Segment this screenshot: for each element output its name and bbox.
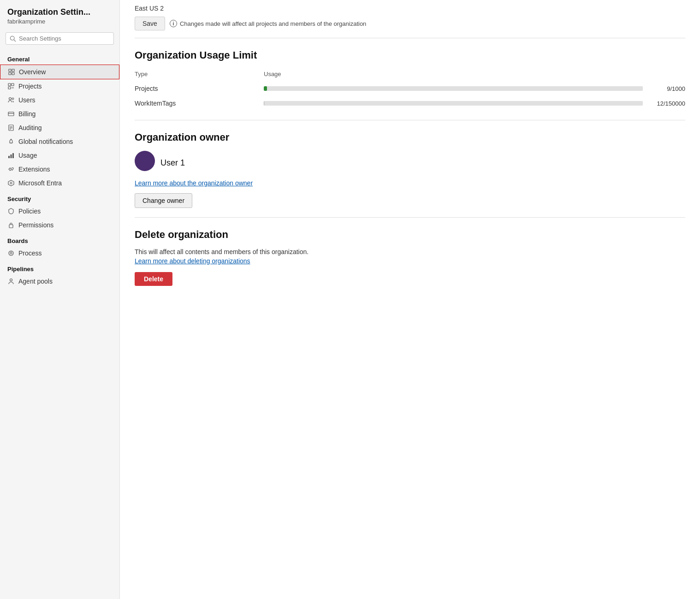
sidebar-item-process[interactable]: Process <box>0 246 119 260</box>
svg-marker-23 <box>8 180 14 186</box>
svg-rect-8 <box>8 87 11 89</box>
sidebar-item-overview[interactable]: Overview <box>0 65 119 79</box>
learn-more-owner-link[interactable]: Learn more about the organization owner <box>135 179 685 187</box>
delete-org-section: Delete organization This will affect all… <box>135 218 685 295</box>
region-label: East US 2 <box>135 5 685 12</box>
search-input[interactable] <box>19 35 110 42</box>
svg-point-27 <box>10 252 12 254</box>
sidebar-item-users-label: Users <box>18 96 36 104</box>
notifications-icon <box>7 138 15 145</box>
learn-more-delete-link[interactable]: Learn more about deleting organizations <box>135 257 250 265</box>
usage-value-workitemtags: 12/150000 <box>648 100 685 107</box>
delete-button[interactable]: Delete <box>135 272 172 286</box>
svg-rect-3 <box>12 69 14 71</box>
usage-bar-fill-projects <box>264 86 267 91</box>
save-info: i Changes made will affect all projects … <box>170 20 366 27</box>
sidebar-item-global-notifications[interactable]: Global notifications <box>0 135 119 148</box>
sidebar-item-auditing-label: Auditing <box>18 124 42 131</box>
info-icon: i <box>170 20 177 27</box>
save-bar: Save i Changes made will affect all proj… <box>135 17 685 30</box>
billing-icon <box>7 110 15 118</box>
svg-rect-21 <box>11 154 12 158</box>
delete-org-title: Delete organization <box>135 229 685 241</box>
sidebar-title: Organization Settin... <box>7 7 112 17</box>
sidebar-item-usage[interactable]: Usage <box>0 148 119 162</box>
svg-point-24 <box>10 182 12 184</box>
sidebar-item-microsoft-entra-label: Microsoft Entra <box>18 179 62 187</box>
sidebar-subtitle: fabrikamprime <box>7 18 112 25</box>
process-icon <box>7 249 15 257</box>
org-owner-title: Organization owner <box>135 131 685 143</box>
usage-name-workitemtags: WorkItemTags <box>135 100 264 107</box>
sidebar-item-microsoft-entra[interactable]: Microsoft Entra <box>0 176 119 190</box>
sidebar-item-agent-pools-label: Agent pools <box>18 278 53 285</box>
usage-bar-area-workitemtags: 12/150000 <box>264 100 685 107</box>
projects-icon <box>7 83 15 90</box>
org-owner-section: Organization owner User 1 Learn more abo… <box>135 120 685 218</box>
svg-line-1 <box>14 40 16 42</box>
search-icon <box>10 36 16 42</box>
permissions-icon <box>7 221 15 229</box>
sidebar-item-agent-pools[interactable]: Agent pools <box>0 274 119 288</box>
delete-button-wrapper: Delete <box>135 272 685 286</box>
sidebar-item-policies[interactable]: Policies <box>0 204 119 218</box>
nav-section-general: General <box>0 50 119 65</box>
sidebar-header: Organization Settin... fabrikamprime <box>0 0 119 27</box>
usage-icon <box>7 152 15 159</box>
policies-icon <box>7 208 15 215</box>
auditing-icon <box>7 124 15 131</box>
grid-icon <box>8 68 15 76</box>
change-owner-button[interactable]: Change owner <box>135 193 192 208</box>
avatar <box>135 151 155 171</box>
sidebar-item-policies-label: Policies <box>18 208 41 215</box>
col-header-usage: Usage <box>264 71 685 77</box>
usage-value-projects: 9/1000 <box>648 85 685 92</box>
usage-limit-title: Organization Usage Limit <box>135 49 685 61</box>
sidebar-item-global-notifications-label: Global notifications <box>18 138 73 145</box>
save-button[interactable]: Save <box>135 17 165 30</box>
sidebar-item-billing-label: Billing <box>18 110 36 118</box>
svg-rect-2 <box>9 69 11 71</box>
sidebar-item-auditing[interactable]: Auditing <box>0 121 119 135</box>
usage-limit-section: Organization Usage Limit Type Usage Proj… <box>135 38 685 120</box>
sidebar-item-usage-label: Usage <box>18 152 37 159</box>
delete-org-description: This will affect all contents and member… <box>135 248 685 255</box>
top-region: East US 2 Save i Changes made will affec… <box>135 0 685 38</box>
usage-bar-area-projects: 9/1000 <box>264 85 685 92</box>
col-header-type: Type <box>135 71 264 77</box>
svg-rect-25 <box>9 225 13 228</box>
usage-row-workitemtags: WorkItemTags 12/150000 <box>135 96 685 111</box>
svg-rect-6 <box>8 83 11 86</box>
sidebar-item-process-label: Process <box>18 249 42 257</box>
search-settings-box[interactable] <box>6 32 114 45</box>
svg-point-29 <box>10 279 12 281</box>
svg-rect-4 <box>9 72 11 75</box>
usage-table-header: Type Usage <box>135 69 685 81</box>
extensions-icon <box>7 166 15 173</box>
sidebar-item-users[interactable]: Users <box>0 93 119 107</box>
sidebar-item-billing[interactable]: Billing <box>0 107 119 121</box>
sidebar-item-projects[interactable]: Projects <box>0 79 119 93</box>
sidebar-nav: General Overview <box>0 48 119 599</box>
sidebar: Organization Settin... fabrikamprime Gen… <box>0 0 120 599</box>
nav-section-security: Security <box>0 190 119 204</box>
usage-bar-track-projects <box>264 86 643 91</box>
nav-section-pipelines: Pipelines <box>0 260 119 274</box>
svg-rect-7 <box>12 83 14 86</box>
sidebar-item-permissions[interactable]: Permissions <box>0 218 119 232</box>
nav-section-boards: Boards <box>0 232 119 246</box>
sidebar-item-overview-label: Overview <box>19 68 46 76</box>
owner-name: User 1 <box>160 158 185 168</box>
sidebar-item-projects-label: Projects <box>18 83 42 90</box>
main-content: East US 2 Save i Changes made will affec… <box>120 0 700 599</box>
sidebar-item-extensions[interactable]: Extensions <box>0 162 119 176</box>
usage-row-projects: Projects 9/1000 <box>135 81 685 96</box>
sidebar-item-permissions-label: Permissions <box>18 221 53 229</box>
usage-table: Type Usage Projects 9/1000 WorkItemTags <box>135 69 685 111</box>
svg-point-11 <box>12 98 14 100</box>
sidebar-item-extensions-label: Extensions <box>18 166 50 173</box>
svg-rect-5 <box>12 72 14 75</box>
owner-row: User 1 <box>135 151 685 175</box>
usage-bar-track-workitemtags <box>264 101 643 106</box>
users-icon <box>7 96 15 104</box>
